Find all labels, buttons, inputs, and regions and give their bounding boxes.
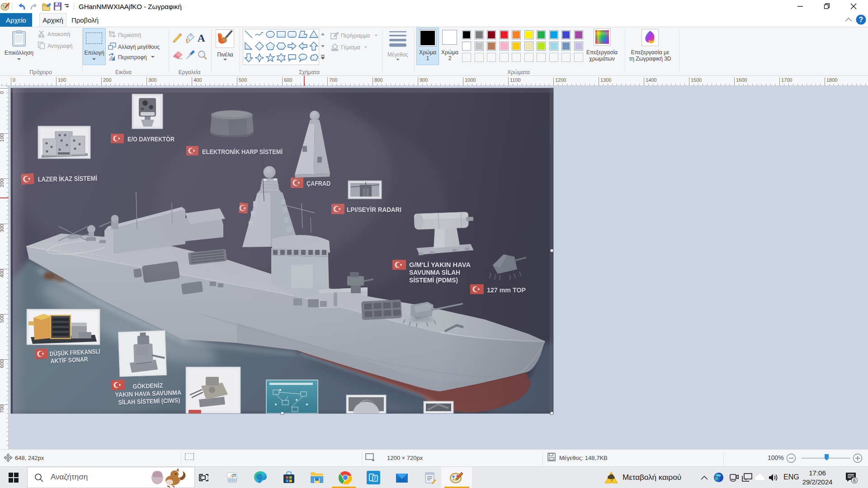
svg-text:6: 6 [853,478,856,483]
svg-text:?: ? [859,16,863,23]
